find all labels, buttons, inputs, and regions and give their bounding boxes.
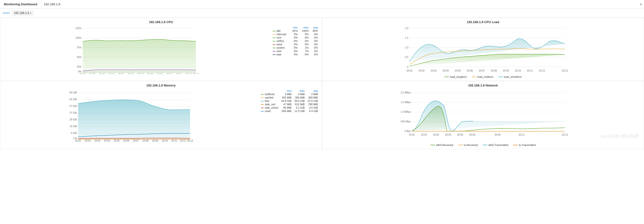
cpu-legend-min: 0% [290, 50, 299, 53]
cpu-legend-max: 0% [299, 32, 310, 36]
cpu-legend-max: 7% [299, 50, 310, 53]
dashboard-title: Monitoring Dashboard [0, 0, 42, 8]
memory-legend-min: 47 MiB [280, 102, 293, 106]
cpu-legend-max: 1% [299, 46, 310, 50]
svg-text:20:07: 20:07 [138, 73, 144, 74]
network-legend-eth0-received: eth0-Received [430, 144, 453, 146]
svg-text:1.5: 1.5 [405, 36, 408, 39]
mem-legend-header-min: min [280, 89, 293, 92]
svg-text:20:12: 20:12 [539, 69, 545, 72]
memory-legend-avg: 9.4 GiB [306, 109, 319, 113]
memory-legend-row: free 44.9 GiB 59.6 GiB 47.6 GiB [260, 99, 319, 102]
memory-legend-label: slab_unrecl [260, 106, 280, 109]
svg-text:500 kBps: 500 kBps [401, 120, 411, 123]
svg-text:0.5: 0.5 [405, 56, 408, 58]
host-badge-arrow-icon: ▾ [30, 12, 31, 14]
memory-legend-max: 360 MiB [293, 96, 306, 99]
svg-text:20:05: 20:05 [114, 140, 120, 142]
midterm-line-icon [472, 76, 476, 77]
svg-text:20:11: 20:11 [518, 134, 524, 136]
cpu-legend-row: steal 0% 0% 0% [271, 43, 319, 46]
svg-text:20:13: 20:13 [193, 73, 199, 74]
host-select-wrapper[interactable]: 192.168.1.8 ▾ [42, 2, 644, 6]
svg-text:20:07: 20:07 [479, 69, 485, 72]
svg-text:50%: 50% [76, 56, 82, 58]
memory-legend-label: buffered [260, 92, 280, 96]
memory-chart-panel: 192.168.1.8 Memory [0, 81, 322, 149]
svg-text:20:05: 20:05 [457, 134, 463, 136]
svg-text:20:07: 20:07 [133, 140, 139, 142]
svg-text:20:01: 20:01 [80, 73, 86, 74]
svg-text:19 GiB: 19 GiB [70, 125, 77, 128]
cpu-legend-avg: 0% [310, 43, 319, 46]
svg-text:20:04: 20:04 [108, 73, 115, 74]
memory-legend-avg: 2.6 GiB [306, 106, 319, 109]
memory-legend-min: 44.9 GiB [280, 99, 293, 102]
svg-text:1.0: 1.0 [405, 46, 408, 49]
host-badge[interactable]: 192.168.1.8 ▾ [12, 10, 34, 16]
mem-legend-header-name [260, 89, 280, 92]
svg-text:20:11: 20:11 [527, 69, 533, 72]
svg-text:20:03: 20:03 [430, 69, 437, 72]
svg-text:20:01: 20:01 [75, 140, 81, 142]
cpu-legend-min: 0% [290, 36, 299, 39]
memory-legend-min: 3 MiB [280, 92, 293, 96]
longterm-line-icon [444, 76, 449, 77]
svg-text:20:06: 20:06 [123, 140, 129, 142]
cpu-load-chart-area: 2.0 1.5 1.0 0.5 0 20:01 20:02 20:03 20:0… [325, 26, 641, 74]
svg-text:20:03: 20:03 [433, 134, 439, 136]
cpu-legend-label: user [271, 50, 290, 53]
svg-text:20:13: 20:13 [562, 134, 568, 136]
cpu-chart-title: 192.168.1.8 CPU [3, 20, 319, 24]
svg-text:75%: 75% [76, 46, 82, 49]
cpu-load-legend-shortterm: load_shortterm [498, 76, 522, 78]
network-legend-lo-transmitted: lo-Transmitted [513, 144, 536, 146]
cpu-legend-header-max: max [299, 26, 310, 29]
svg-text:20:13: 20:13 [187, 140, 193, 142]
cpu-legend-row: system 0% 1% 0% [271, 46, 319, 50]
svg-text:20:04: 20:04 [443, 69, 449, 72]
cpu-legend-row: nice 0% 0% 0% [271, 36, 319, 39]
lo-transmitted-line-icon [513, 145, 518, 145]
cpu-legend-row: idle 92% 100% 96% [271, 29, 319, 32]
memory-legend-row: slab_unrecl 95 MiB 3.1 GiB 2.6 GiB [260, 106, 319, 109]
svg-text:20:02: 20:02 [421, 134, 427, 136]
svg-text:0 Bps: 0 Bps [404, 130, 411, 132]
cpu-legend-avg: 0% [310, 36, 319, 39]
svg-text:20:06: 20:06 [128, 73, 134, 74]
svg-text:2.0 MBps: 2.0 MBps [400, 91, 411, 94]
cpu-legend-label: interrupt [271, 32, 290, 36]
svg-text:20:10: 20:10 [162, 140, 168, 142]
cpu-legend-min: 0% [290, 32, 299, 36]
cpu-legend-avg: 3% [310, 50, 319, 53]
svg-text:20:08: 20:08 [147, 73, 153, 74]
network-bottom-legend: eth0-Received lo-Received eth0-Transmitt… [325, 144, 641, 146]
memory-legend-row: buffered 3 MiB 3 MiB 3 MiB [260, 92, 319, 96]
cpu-legend-label: softirq [271, 39, 290, 43]
cpu-load-chart-panel: 192.168.1.8 CPU Load [322, 18, 644, 81]
svg-text:56 GiB: 56 GiB [70, 98, 77, 101]
memory-svg: 65 GiB 56 GiB 47 GiB 37 GiB 28 GiB 19 Gi… [3, 89, 257, 142]
cpu-legend: min max avg idle 92% 100% 96% interrupt … [271, 26, 319, 74]
network-chart-title: 192.168.1.8 Network [325, 84, 641, 87]
eth0-transmitted-label: eth0-Transmitted [488, 144, 508, 146]
svg-text:20:03: 20:03 [99, 73, 105, 74]
memory-chart-title: 192.168.1.8 Memory [3, 84, 319, 87]
network-legend-lo-received: lo-Received [458, 144, 478, 146]
svg-text:20:01: 20:01 [409, 134, 415, 136]
longterm-label: load_longterm [450, 76, 467, 78]
svg-text:20:02: 20:02 [418, 69, 424, 72]
svg-text:1.5 MBps: 1.5 MBps [400, 101, 411, 104]
svg-text:20:04: 20:04 [104, 140, 110, 142]
cpu-legend-header-avg: avg [310, 26, 319, 29]
cpu-legend-min: 0% [290, 53, 299, 56]
hosts-label: hosts [3, 11, 10, 15]
cpu-legend-max: 0% [299, 43, 310, 46]
lo-received-line-icon [458, 145, 463, 145]
host-select[interactable]: 192.168.1.8 [44, 2, 642, 6]
cpu-svg: 125% 100% 75% 50% 25% 0% [3, 26, 269, 74]
memory-legend-min: 353 MiB [280, 96, 293, 99]
mem-legend-header-max: max [293, 89, 306, 92]
cpu-load-svg: 2.0 1.5 1.0 0.5 0 20:01 20:02 20:03 20:0… [325, 26, 641, 74]
memory-legend-avg: 47.6 GiB [306, 99, 319, 102]
